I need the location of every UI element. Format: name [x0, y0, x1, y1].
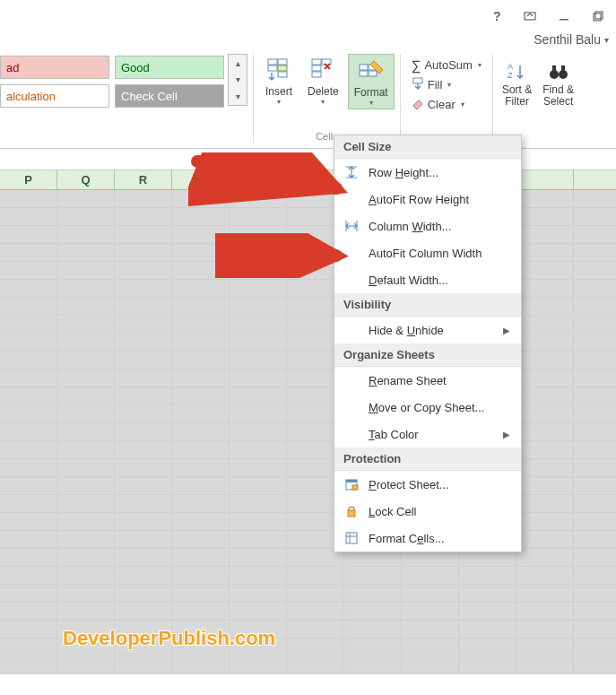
fill-down-icon	[412, 77, 424, 92]
protect-sheet-icon	[343, 476, 360, 492]
delete-cells-icon	[308, 56, 337, 84]
format-button[interactable]: Format ▾	[348, 54, 395, 109]
svg-text:Z: Z	[508, 71, 513, 80]
chevron-down-icon: ▾	[604, 35, 609, 45]
col-header[interactable]: R	[115, 170, 172, 189]
sort-icon: AZ	[505, 59, 530, 84]
menu-header-visibility: Visibility	[334, 293, 521, 317]
style-bad[interactable]: ad	[0, 56, 109, 79]
svg-rect-2	[560, 19, 568, 21]
svg-rect-10	[312, 59, 321, 65]
submenu-arrow-icon: ▶	[503, 326, 510, 335]
grid-cells[interactable]	[0, 190, 616, 674]
menu-tab-color[interactable]: Tab Color ▶	[334, 421, 521, 447]
delete-button[interactable]: Delete ▾	[302, 54, 344, 108]
svg-rect-16	[360, 71, 368, 76]
row-height-icon	[343, 164, 360, 180]
menu-format-cells[interactable]: Format Cells...	[334, 525, 521, 552]
styles-gallery-dropdown[interactable]: ▴▾▾	[228, 54, 247, 106]
menu-column-width[interactable]: Column Width...	[334, 213, 521, 239]
svg-rect-13	[312, 72, 321, 77]
insert-cells-icon	[265, 56, 293, 84]
svg-rect-6	[278, 59, 287, 65]
binoculars-icon	[546, 59, 571, 84]
submenu-arrow-icon: ▶	[503, 430, 510, 439]
restore-button[interactable]	[586, 6, 611, 26]
format-cells-dialog-icon	[343, 530, 360, 546]
svg-rect-32	[348, 510, 355, 517]
sort-filter-button[interactable]: AZ Sort & Filter	[499, 57, 535, 109]
col-header[interactable]: S	[172, 170, 230, 189]
svg-rect-30	[346, 480, 357, 482]
svg-rect-4	[595, 12, 603, 19]
menu-autofit-column-width[interactable]: AutoFit Column Width	[334, 239, 521, 266]
svg-rect-33	[346, 533, 357, 543]
user-name[interactable]: Senthil Balu	[534, 32, 601, 47]
format-cells-icon	[357, 56, 386, 85]
menu-header-organize: Organize Sheets	[334, 343, 521, 367]
menu-header-protection: Protection	[334, 447, 521, 471]
menu-hide-unhide[interactable]: Hide & Unhide ▶	[334, 317, 521, 343]
svg-rect-9	[278, 72, 287, 77]
menu-move-copy-sheet[interactable]: Move or Copy Sheet...	[334, 394, 521, 421]
watermark: DeveloperPublish.com	[63, 627, 275, 650]
ribbon-display-button[interactable]	[517, 6, 542, 26]
style-check-cell[interactable]: Check Cell	[115, 84, 224, 108]
svg-rect-12	[312, 65, 321, 71]
menu-default-width[interactable]: Default Width...	[334, 266, 521, 293]
column-width-icon	[343, 218, 360, 234]
menu-rename-sheet[interactable]: Rename Sheet	[334, 367, 521, 394]
clear-button[interactable]: Clear ▾	[412, 95, 482, 113]
chevron-down-icon: ▾	[277, 98, 281, 106]
menu-autofit-row-height[interactable]: AutoFit Row Height	[334, 186, 521, 213]
column-headers[interactable]: P Q R S W	[0, 170, 616, 190]
svg-rect-3	[594, 13, 601, 21]
chevron-down-icon: ▾	[321, 98, 325, 106]
lock-icon	[343, 503, 360, 519]
menu-protect-sheet[interactable]: Protect Sheet...	[334, 471, 521, 498]
svg-rect-23	[552, 65, 556, 73]
insert-button[interactable]: Insert ▾	[259, 54, 299, 108]
find-select-button[interactable]: Find & Select	[539, 57, 577, 109]
svg-rect-17	[369, 71, 377, 76]
format-dropdown-menu: Cell Size Row Height... AutoFit Row Heig…	[334, 135, 522, 552]
menu-lock-cell[interactable]: Lock Cell	[334, 498, 521, 525]
chevron-down-icon: ▾	[447, 81, 451, 89]
svg-rect-8	[278, 65, 287, 71]
col-header[interactable]	[230, 170, 287, 189]
menu-row-height[interactable]: Row Height...	[334, 159, 521, 186]
col-header[interactable]	[574, 170, 616, 189]
svg-rect-31	[352, 485, 358, 490]
chevron-down-icon: ▾	[369, 99, 373, 107]
style-good[interactable]: Good	[115, 56, 224, 79]
style-calculation[interactable]: alculation	[0, 84, 109, 108]
formula-bar[interactable]	[0, 149, 616, 170]
svg-rect-18	[413, 78, 422, 83]
help-button[interactable]: ?	[483, 6, 508, 26]
sigma-icon: ∑	[412, 57, 421, 73]
svg-rect-14	[360, 65, 368, 70]
eraser-icon	[412, 97, 424, 112]
col-header[interactable]: P	[0, 170, 57, 189]
autosum-button[interactable]: ∑ AutoSum ▾	[412, 56, 482, 74]
col-header[interactable]	[516, 170, 574, 189]
chevron-down-icon: ▾	[461, 100, 464, 109]
minimize-button[interactable]	[551, 6, 577, 26]
chevron-down-icon: ▾	[478, 61, 482, 69]
svg-rect-7	[268, 65, 277, 71]
svg-text:A: A	[508, 62, 513, 71]
svg-rect-24	[561, 65, 565, 73]
fill-button[interactable]: Fill ▾	[412, 75, 482, 93]
svg-text:?: ?	[493, 10, 501, 22]
col-header[interactable]: Q	[57, 170, 115, 189]
svg-rect-5	[268, 59, 277, 65]
menu-header-cellsize: Cell Size	[334, 135, 521, 159]
